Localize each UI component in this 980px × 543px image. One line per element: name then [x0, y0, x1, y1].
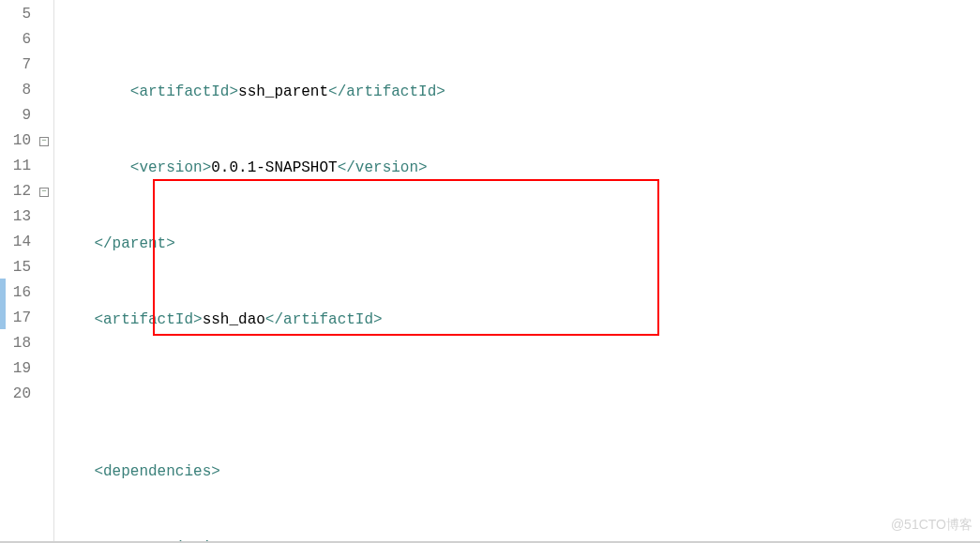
fold-marker[interactable] — [37, 204, 52, 230]
fold-marker[interactable] — [37, 356, 52, 382]
fold-marker[interactable] — [37, 103, 52, 128]
xml-tag: </parent> — [94, 235, 174, 252]
code-line[interactable] — [54, 27, 980, 29]
line-number-gutter: 4 5 6 7 8 9 10 11 12 13 14 15 16 17 18 1… — [0, 0, 54, 543]
code-line[interactable]: <artifactId>ssh_parent</artifactId> — [54, 80, 980, 105]
code-line[interactable]: <artifactId>ssh_dao</artifactId> — [54, 308, 980, 333]
xml-text: 0.0.1-SNAPSHOT — [211, 159, 337, 176]
fold-marker[interactable]: − — [37, 179, 52, 204]
xml-text: ssh_parent — [238, 83, 328, 100]
fold-marker[interactable] — [37, 53, 52, 78]
code-line[interactable] — [54, 384, 980, 409]
watermark: @51CTO博客 — [891, 512, 972, 537]
fold-marker[interactable]: − — [37, 128, 52, 154]
fold-marker[interactable] — [37, 230, 52, 255]
fold-minus-icon[interactable]: − — [39, 188, 49, 197]
xml-text: ssh_dao — [203, 311, 265, 328]
xml-tag: </artifactId> — [265, 311, 383, 328]
fold-marker[interactable] — [37, 27, 52, 53]
fold-marker[interactable] — [37, 331, 52, 356]
code-line[interactable]: <version>0.0.1-SNAPSHOT</version> — [54, 156, 980, 181]
xml-tag: <dependencies> — [94, 463, 219, 480]
code-area[interactable]: <artifactId>ssh_parent</artifactId> <ver… — [54, 0, 980, 543]
xml-tag: </version> — [338, 159, 428, 176]
fold-marker[interactable] — [37, 306, 52, 331]
change-marker — [0, 279, 6, 329]
fold-marker[interactable] — [37, 154, 52, 179]
code-line[interactable]: </parent> — [54, 232, 980, 257]
code-line[interactable]: <dependencies> — [54, 460, 980, 485]
fold-marker[interactable] — [37, 255, 52, 280]
fold-marker[interactable] — [37, 382, 52, 407]
fold-marker[interactable] — [37, 2, 52, 27]
xml-tag: <artifactId> — [94, 311, 202, 328]
xml-tag: <version> — [130, 159, 211, 176]
xml-tag: </artifactId> — [328, 83, 445, 100]
code-editor: 4 5 6 7 8 9 10 11 12 13 14 15 16 17 18 1… — [0, 0, 980, 543]
fold-markers: − − — [37, 0, 52, 407]
fold-minus-icon[interactable]: − — [39, 137, 49, 146]
xml-tag: <artifactId> — [130, 83, 238, 100]
fold-marker[interactable] — [37, 280, 52, 306]
fold-marker[interactable] — [37, 78, 52, 103]
